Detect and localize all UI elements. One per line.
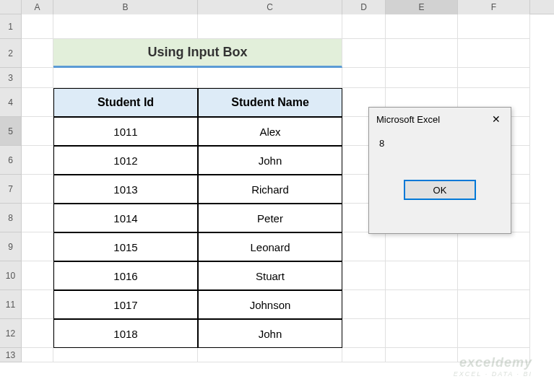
cell-A5[interactable] bbox=[22, 117, 53, 146]
cell-A8[interactable] bbox=[22, 204, 53, 232]
cell-E3[interactable] bbox=[386, 68, 458, 88]
cell-A13[interactable] bbox=[22, 348, 53, 362]
cell-B1[interactable] bbox=[53, 14, 198, 39]
cell-E12[interactable] bbox=[386, 319, 458, 348]
cell-E2[interactable] bbox=[386, 39, 458, 68]
row-header-13[interactable]: 13 bbox=[0, 348, 22, 362]
cell-A7[interactable] bbox=[22, 175, 53, 204]
row-header-5[interactable]: 5 bbox=[0, 117, 22, 146]
dialog-title-text: Microsoft Excel bbox=[376, 114, 440, 125]
row-header-3[interactable]: 3 bbox=[0, 68, 22, 88]
cell-F10[interactable] bbox=[458, 261, 530, 290]
col-header-F[interactable]: F bbox=[458, 0, 530, 14]
row-12: 12 1018 John bbox=[0, 319, 554, 348]
table-row[interactable]: Leonard bbox=[198, 232, 342, 261]
column-headers: A B C D E F bbox=[0, 0, 554, 14]
row-header-9[interactable]: 9 bbox=[0, 232, 22, 261]
table-row[interactable]: 1015 bbox=[53, 232, 198, 261]
table-row[interactable]: Richard bbox=[198, 175, 342, 204]
cell-A9[interactable] bbox=[22, 232, 53, 261]
table-row[interactable]: 1014 bbox=[53, 204, 198, 232]
cell-F12[interactable] bbox=[458, 319, 530, 348]
table-row[interactable]: John bbox=[198, 319, 342, 348]
cell-D12[interactable] bbox=[342, 319, 386, 348]
row-10: 10 1016 Stuart bbox=[0, 261, 554, 290]
row-header-1[interactable]: 1 bbox=[0, 14, 22, 39]
cell-E11[interactable] bbox=[386, 290, 458, 319]
cell-D13[interactable] bbox=[342, 348, 386, 362]
row-header-12[interactable]: 12 bbox=[0, 319, 22, 348]
close-icon[interactable]: ✕ bbox=[489, 113, 503, 125]
dialog-footer: OK bbox=[369, 174, 511, 212]
cell-C13[interactable] bbox=[198, 348, 342, 362]
table-row[interactable]: 1018 bbox=[53, 319, 198, 348]
cell-E10[interactable] bbox=[386, 261, 458, 290]
title-cell[interactable]: Using Input Box bbox=[53, 39, 342, 68]
cell-D1[interactable] bbox=[342, 14, 386, 39]
row-header-8[interactable]: 8 bbox=[0, 204, 22, 232]
watermark-main: exceldemy bbox=[454, 355, 532, 370]
cell-F1[interactable] bbox=[458, 14, 530, 39]
col-header-C[interactable]: C bbox=[198, 0, 342, 14]
cell-A4[interactable] bbox=[22, 88, 53, 117]
row-header-7[interactable]: 7 bbox=[0, 175, 22, 204]
table-row[interactable]: Stuart bbox=[198, 261, 342, 290]
col-header-A[interactable]: A bbox=[22, 0, 53, 14]
cell-A2[interactable] bbox=[22, 39, 53, 68]
table-row[interactable]: 1016 bbox=[53, 261, 198, 290]
table-row[interactable]: Johnson bbox=[198, 290, 342, 319]
col-header-B[interactable]: B bbox=[53, 0, 198, 14]
ok-button[interactable]: OK bbox=[404, 180, 476, 200]
select-all-corner[interactable] bbox=[0, 0, 22, 14]
cell-C1[interactable] bbox=[198, 14, 342, 39]
cell-A1[interactable] bbox=[22, 14, 53, 39]
row-2: 2 Using Input Box bbox=[0, 39, 554, 68]
cell-B13[interactable] bbox=[53, 348, 198, 362]
row-header-11[interactable]: 11 bbox=[0, 290, 22, 319]
cell-D3[interactable] bbox=[342, 68, 386, 88]
table-row[interactable]: 1013 bbox=[53, 175, 198, 204]
row-header-4[interactable]: 4 bbox=[0, 88, 22, 117]
cell-F11[interactable] bbox=[458, 290, 530, 319]
cell-D2[interactable] bbox=[342, 39, 386, 68]
row-9: 9 1015 Leonard bbox=[0, 232, 554, 261]
col-header-E[interactable]: E bbox=[386, 0, 458, 14]
cell-F2[interactable] bbox=[458, 39, 530, 68]
cell-A10[interactable] bbox=[22, 261, 53, 290]
row-11: 11 1017 Johnson bbox=[0, 290, 554, 319]
cell-A12[interactable] bbox=[22, 319, 53, 348]
cell-C3[interactable] bbox=[198, 68, 342, 88]
table-header-id[interactable]: Student Id bbox=[53, 88, 198, 117]
cell-E9[interactable] bbox=[386, 232, 458, 261]
cell-D11[interactable] bbox=[342, 290, 386, 319]
table-row[interactable]: 1011 bbox=[53, 117, 198, 146]
table-row[interactable]: Alex bbox=[198, 117, 342, 146]
cell-B3[interactable] bbox=[53, 68, 198, 88]
table-row[interactable]: 1012 bbox=[53, 146, 198, 175]
row-header-6[interactable]: 6 bbox=[0, 146, 22, 175]
row-header-2[interactable]: 2 bbox=[0, 39, 22, 68]
row-header-10[interactable]: 10 bbox=[0, 261, 22, 290]
table-row[interactable]: John bbox=[198, 146, 342, 175]
cell-F9[interactable] bbox=[458, 232, 530, 261]
watermark-sub: EXCEL · DATA · BI bbox=[454, 370, 532, 378]
cell-A11[interactable] bbox=[22, 290, 53, 319]
message-box: Microsoft Excel ✕ 8 OK bbox=[368, 107, 511, 234]
dialog-titlebar: Microsoft Excel ✕ bbox=[369, 108, 511, 131]
watermark: exceldemy EXCEL · DATA · BI bbox=[454, 355, 532, 378]
cell-F3[interactable] bbox=[458, 68, 530, 88]
cell-D10[interactable] bbox=[342, 261, 386, 290]
cell-E13[interactable] bbox=[386, 348, 458, 362]
cell-A6[interactable] bbox=[22, 146, 53, 175]
table-row[interactable]: 1017 bbox=[53, 290, 198, 319]
col-header-D[interactable]: D bbox=[342, 0, 386, 14]
table-header-name[interactable]: Student Name bbox=[198, 88, 342, 117]
row-3: 3 bbox=[0, 68, 554, 88]
dialog-message: 8 bbox=[369, 131, 511, 174]
cell-D9[interactable] bbox=[342, 232, 386, 261]
row-1: 1 bbox=[0, 14, 554, 39]
cell-E1[interactable] bbox=[386, 14, 458, 39]
table-row[interactable]: Peter bbox=[198, 204, 342, 232]
cell-A3[interactable] bbox=[22, 68, 53, 88]
